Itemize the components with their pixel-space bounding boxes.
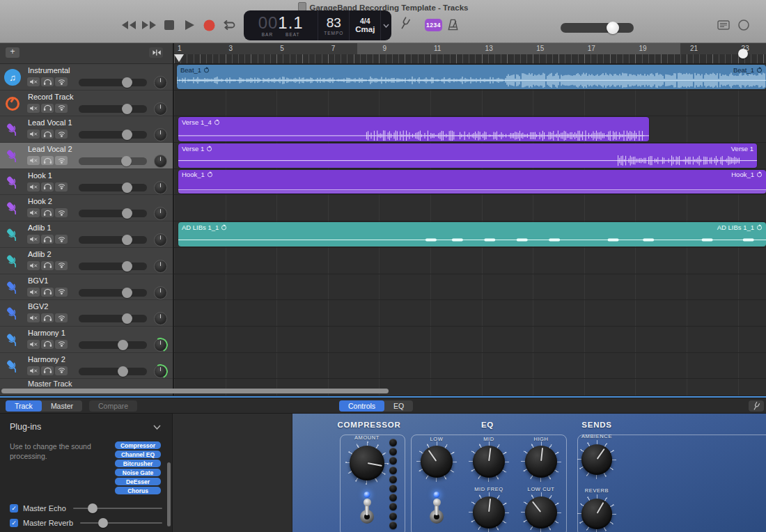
solo-button[interactable]: [41, 130, 54, 139]
input-monitor-button[interactable]: [55, 288, 68, 297]
track-pan-knob[interactable]: [154, 76, 167, 89]
track-pan-knob[interactable]: [154, 312, 167, 325]
master-reverb-slider[interactable]: [80, 518, 162, 528]
track-row-adlib-1[interactable]: Adlib 1: [0, 221, 173, 248]
count-in-button[interactable]: 1234: [425, 19, 442, 31]
input-monitor-button[interactable]: [55, 235, 68, 244]
master-track-row[interactable]: Master Track: [0, 379, 173, 389]
metronome-icon[interactable]: [445, 17, 460, 31]
input-monitor-button[interactable]: [55, 156, 68, 165]
track-volume-slider[interactable]: [79, 131, 147, 139]
mute-button[interactable]: [27, 156, 40, 165]
lane-4[interactable]: Hook_1Hook_1: [174, 169, 766, 196]
input-monitor-button[interactable]: [55, 313, 68, 322]
mute-button[interactable]: [27, 130, 40, 139]
tab-eq[interactable]: EQ: [384, 400, 413, 412]
lane-5[interactable]: [174, 195, 766, 221]
solo-button[interactable]: [41, 156, 54, 165]
knob-ambience[interactable]: [577, 440, 616, 479]
slider-knob[interactable]: [88, 503, 97, 513]
input-monitor-button[interactable]: [55, 130, 68, 139]
slider-knob[interactable]: [98, 518, 108, 528]
loop-browser-icon[interactable]: [736, 18, 751, 32]
cycle-region[interactable]: [357, 43, 680, 54]
tuning-fork-icon[interactable]: [397, 17, 412, 31]
power-switch[interactable]: [359, 499, 375, 524]
track-row-lead-vocal-2[interactable]: Lead Vocal 2: [0, 143, 173, 169]
track-volume-knob[interactable]: [121, 156, 132, 166]
stop-button[interactable]: [162, 18, 177, 32]
lane-10[interactable]: [174, 327, 766, 353]
track-volume-slider[interactable]: [79, 184, 147, 191]
track-volume-knob[interactable]: [122, 208, 132, 219]
inspector-scrollbar[interactable]: [167, 462, 171, 526]
track-volume-slider[interactable]: [79, 105, 147, 113]
track-row-record-track[interactable]: Record Track: [0, 91, 173, 117]
input-monitor-button[interactable]: [55, 208, 68, 217]
mute-button[interactable]: [27, 235, 40, 244]
catch-playhead-icon[interactable]: [149, 47, 163, 58]
lane-8[interactable]: [174, 274, 766, 301]
track-volume-knob[interactable]: [122, 313, 132, 324]
mute-button[interactable]: [27, 366, 40, 375]
track-volume-slider[interactable]: [79, 341, 147, 349]
lane-1[interactable]: [174, 91, 766, 117]
lane-2[interactable]: Verse 1_4: [174, 116, 766, 143]
mute-button[interactable]: [27, 288, 40, 297]
lane-3[interactable]: Verse 1Verse 1: [174, 143, 766, 169]
track-row-harmony-2[interactable]: Harmony 2: [0, 353, 173, 380]
solo-button[interactable]: [41, 261, 54, 270]
track-row-bgv1[interactable]: BGV1: [0, 274, 173, 301]
track-volume-slider[interactable]: [79, 210, 147, 217]
input-monitor-button[interactable]: [55, 182, 68, 191]
track-volume-slider[interactable]: [79, 315, 147, 322]
track-volume-knob[interactable]: [122, 288, 132, 298]
lane-7[interactable]: [174, 248, 766, 274]
add-track-button[interactable]: +: [6, 47, 19, 58]
track-pan-knob[interactable]: [154, 207, 167, 220]
knob-high[interactable]: [521, 441, 561, 482]
track-pan-knob[interactable]: [154, 128, 167, 141]
track-volume-knob[interactable]: [122, 104, 132, 114]
track-pan-knob[interactable]: [154, 181, 167, 194]
lcd-display[interactable]: 001.1 BARBEAT 83 TEMPO 4/4 Cmaj: [244, 10, 391, 40]
solo-button[interactable]: [41, 104, 54, 113]
input-monitor-button[interactable]: [55, 261, 68, 270]
region-hook_1[interactable]: Hook_1Hook_1: [178, 170, 766, 194]
knob-mid-freq[interactable]: [469, 492, 509, 532]
track-row-adlib-2[interactable]: Adlib 2: [0, 248, 173, 274]
track-pan-knob[interactable]: [154, 286, 167, 299]
input-monitor-button[interactable]: [55, 77, 68, 86]
plugin-button-channel-eq[interactable]: Channel EQ: [115, 451, 161, 458]
knob-amount[interactable]: [345, 441, 389, 485]
plugin-button-bitcrusher[interactable]: Bitcrusher: [115, 460, 161, 467]
track-pan-knob[interactable]: [154, 102, 167, 116]
checkbox-master-echo[interactable]: ✓: [10, 504, 18, 513]
track-volume-knob[interactable]: [118, 340, 128, 350]
track-row-hook-2[interactable]: Hook 2: [0, 195, 173, 221]
lane-9[interactable]: [174, 300, 766, 327]
mute-button[interactable]: [27, 261, 40, 270]
mute-button[interactable]: [27, 77, 40, 86]
knob-reverb[interactable]: [577, 494, 616, 532]
region-beat_1[interactable]: Beat_1Beat_1: [177, 65, 766, 89]
knob-low-cut[interactable]: [521, 492, 561, 532]
solo-button[interactable]: [41, 340, 54, 349]
track-pan-knob[interactable]: [154, 155, 167, 168]
plugin-button-compressor[interactable]: Compressor: [115, 441, 161, 449]
track-volume-slider[interactable]: [79, 236, 147, 244]
bar-ruler[interactable]: 1357911131517192123: [174, 43, 766, 64]
track-pan-knob[interactable]: [154, 260, 167, 273]
tab-compare[interactable]: Compare: [89, 400, 137, 412]
lane-11[interactable]: [174, 353, 766, 380]
chevron-down-icon[interactable]: [153, 425, 161, 430]
tab-track[interactable]: Track: [6, 400, 42, 412]
track-volume-knob[interactable]: [122, 261, 132, 272]
track-pan-knob[interactable]: [154, 365, 167, 378]
chevron-down-icon[interactable]: [380, 10, 391, 40]
solo-button[interactable]: [41, 208, 54, 217]
track-volume-slider[interactable]: [79, 79, 147, 86]
region-ad-libs-1_1[interactable]: AD LIBs 1_1AD LIBs 1_1: [178, 222, 766, 247]
master-echo-slider[interactable]: [73, 503, 162, 513]
tuning-fork-button[interactable]: [749, 400, 764, 412]
